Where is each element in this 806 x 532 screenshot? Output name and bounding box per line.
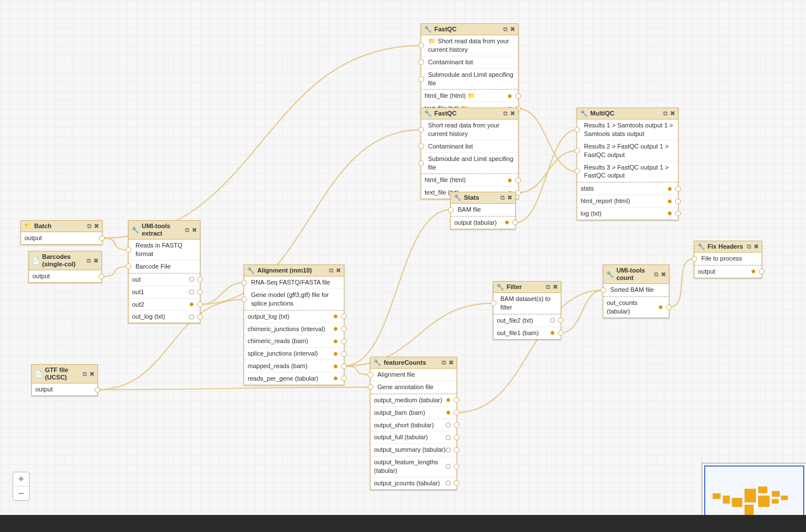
output-port[interactable] [341,351,347,357]
toggle-circle-icon[interactable] [550,318,555,323]
gear-icon[interactable]: ✸ [504,218,509,227]
node-fastqc1[interactable]: 🔧FastQC⧉✖📁 Short read data from your cur… [421,23,519,115]
input-port[interactable] [126,247,131,253]
gear-icon[interactable]: ✸ [333,374,338,383]
copy-icon[interactable]: ⧉ [654,271,659,278]
output-port[interactable] [454,447,459,453]
close-icon[interactable]: ✖ [670,110,675,117]
copy-icon[interactable]: ⧉ [185,226,190,234]
copy-icon[interactable]: ⧉ [87,257,91,265]
node-header[interactable]: 🔧Stats⧉✖ [451,192,515,204]
input-port[interactable] [601,287,606,293]
node-header[interactable]: 📄Barcodes (single-col)⧉✖ [29,251,101,270]
input-port[interactable] [418,160,424,166]
input-port[interactable] [418,59,424,65]
close-icon[interactable]: ✖ [754,243,759,250]
gear-icon[interactable]: ✸ [550,329,555,337]
input-port[interactable] [574,127,580,133]
node-header[interactable]: 📁Batch⧉✖ [21,221,102,232]
workflow-canvas[interactable]: + − ◢ 📁Batch⧉✖output📄Barcodes (single-co… [0,0,806,532]
output-port[interactable] [759,269,764,274]
output-port[interactable] [197,314,203,320]
node-header[interactable]: 🔧Alignment (mm10)⧉✖ [244,265,344,277]
toggle-circle-icon[interactable] [446,435,451,440]
output-port[interactable] [341,314,347,319]
node-header[interactable]: 🔧Filter⧉✖ [494,282,561,293]
node-header[interactable]: 🔧FastQC⧉✖ [421,108,518,119]
gear-icon[interactable]: ✸ [446,396,451,405]
close-icon[interactable]: ✖ [510,26,515,33]
input-port[interactable] [418,127,424,133]
copy-icon[interactable]: ⧉ [500,194,505,201]
close-icon[interactable]: ✖ [93,257,98,265]
output-port[interactable] [454,397,459,403]
gear-icon[interactable]: ✸ [333,325,338,333]
node-header[interactable]: 🔧FastQC⧉✖ [421,24,518,35]
output-port[interactable] [675,199,681,204]
toggle-circle-icon[interactable] [189,277,194,282]
copy-icon[interactable]: ⧉ [503,110,508,117]
toggle-circle-icon[interactable] [189,290,194,295]
copy-icon[interactable]: ⧉ [329,267,334,274]
gear-icon[interactable]: ✸ [446,409,451,417]
input-port[interactable] [574,148,580,154]
gear-icon[interactable]: ✸ [189,300,194,309]
input-port[interactable] [418,76,424,82]
input-port[interactable] [692,256,697,262]
output-port[interactable] [98,274,104,279]
node-fix_headers[interactable]: 🔧Fix Headers⧉✖File to processoutput✸ [694,241,762,278]
output-port[interactable] [454,422,459,428]
output-port[interactable] [454,435,459,440]
input-port[interactable] [418,143,424,149]
node-header[interactable]: 🔧UMI-tools count⧉✖ [603,265,669,284]
input-port[interactable] [368,384,373,390]
output-port[interactable] [512,220,518,225]
output-port[interactable] [666,304,672,310]
input-port[interactable] [574,168,580,174]
node-gtf[interactable]: 📄GTF file (UCSC)⧉✖output [31,364,98,396]
close-icon[interactable]: ✖ [510,110,515,117]
copy-icon[interactable]: ⧉ [87,222,92,230]
copy-icon[interactable]: ⧉ [442,359,446,366]
copy-icon[interactable]: ⧉ [503,26,508,33]
node-header[interactable]: 🔧featureCounts⧉✖ [371,357,457,369]
toggle-circle-icon[interactable] [189,314,194,319]
node-filter[interactable]: 🔧Filter⧉✖BAM dataset(s) to filterout_fil… [493,281,561,340]
close-icon[interactable]: ✖ [507,194,512,201]
output-port[interactable] [197,302,203,307]
toggle-circle-icon[interactable] [446,422,451,427]
close-icon[interactable]: ✖ [661,271,666,278]
node-barcodes[interactable]: 📄Barcodes (single-col)⧉✖output [28,251,102,283]
gear-icon[interactable]: ✸ [667,209,672,218]
node-umi_count[interactable]: 🔧UMI-tools count⧉✖Sorted BAM fileout_cou… [603,265,669,318]
input-port[interactable] [418,43,424,48]
close-icon[interactable]: ✖ [553,283,558,291]
output-port[interactable] [341,326,347,332]
output-port[interactable] [197,289,203,295]
node-fastqc2[interactable]: 🔧FastQC⧉✖Short read data from your curre… [421,108,519,199]
close-icon[interactable]: ✖ [336,267,341,274]
toggle-circle-icon[interactable] [446,481,451,486]
gear-icon[interactable]: ✸ [507,92,512,100]
close-icon[interactable]: ✖ [89,370,94,378]
copy-icon[interactable]: ⧉ [663,110,668,117]
copy-icon[interactable]: ⧉ [546,283,550,291]
copy-icon[interactable]: ⧉ [83,370,87,378]
node-header[interactable]: 🔧Fix Headers⧉✖ [694,241,762,253]
node-umi_extract[interactable]: 🔧UMI-tools extract⧉✖Reads in FASTQ forma… [128,220,200,323]
close-icon[interactable]: ✖ [94,222,99,230]
input-port[interactable] [241,296,247,302]
gear-icon[interactable]: ✸ [333,337,338,345]
output-port[interactable] [454,464,459,469]
output-port[interactable] [197,277,203,282]
output-port[interactable] [341,364,347,369]
node-batch[interactable]: 📁Batch⧉✖output [20,220,102,245]
input-port[interactable] [491,300,496,306]
output-port[interactable] [99,236,105,241]
output-port[interactable] [454,480,459,486]
node-featurecounts[interactable]: 🔧featureCounts⧉✖Alignment fileGene annot… [370,357,457,490]
gear-icon[interactable]: ✸ [667,197,672,205]
gear-icon[interactable]: ✸ [333,349,338,358]
output-port[interactable] [515,93,521,99]
gear-icon[interactable]: ✸ [333,362,338,370]
